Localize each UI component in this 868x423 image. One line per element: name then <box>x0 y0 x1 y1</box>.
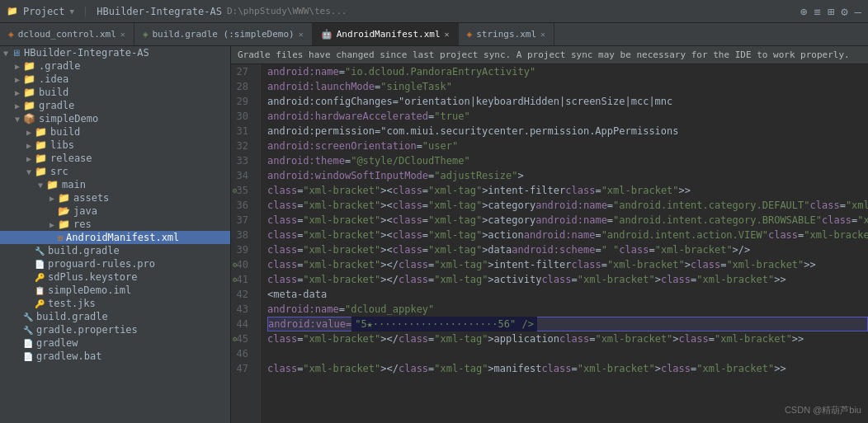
line-number-32: 32 <box>231 139 253 153</box>
folder-blue-icon: 📂 <box>58 205 70 217</box>
sidebar-item-label: gradle.properties <box>33 324 138 336</box>
tab-bar: ◈ dcloud_control.xml ✕ ◈ build.gradle (:… <box>0 23 868 46</box>
sidebar-item-label: res <box>70 219 92 230</box>
line-number-43: 43 <box>231 302 253 317</box>
tab-strings[interactable]: ◈ strings.xml ✕ <box>459 23 555 45</box>
code-line-45: class="xml-bracket"></class="xml-tag">ap… <box>267 331 868 346</box>
sidebar-item-gradlew-file[interactable]: 📄 gradlew <box>0 336 230 350</box>
sidebar-item-build-gradle-file[interactable]: 🔧 build.gradle <box>0 244 230 257</box>
sidebar-item-release-folder[interactable]: ▶ 📁 release <box>0 152 230 165</box>
dropdown-arrow[interactable]: ▼ <box>70 7 74 16</box>
dcloud-tab-close[interactable]: ✕ <box>120 30 125 39</box>
arrow-icon: ▶ <box>12 101 23 110</box>
grid-icon[interactable]: ⊞ <box>828 5 834 18</box>
tab-dcloud[interactable]: ◈ dcloud_control.xml ✕ <box>0 23 134 45</box>
path-label: D:\phpStudy\WWW\tes... <box>227 6 347 16</box>
code-line-30: android:hardwareAccelerated="true" <box>267 109 868 124</box>
arrow-icon: ▼ <box>0 49 12 58</box>
root-label: HBuilder-Integrate-AS <box>97 6 222 17</box>
arrow-icon: ▶ <box>46 220 58 229</box>
strings-tab-label: strings.xml <box>476 29 536 40</box>
dcloud-tab-icon: ◈ <box>8 29 14 40</box>
editor-content: 2728293031323334353637383940414243444546… <box>231 64 868 423</box>
line-number-38: 38 <box>231 228 253 242</box>
sidebar-item-gradlew-bat[interactable]: 📄 gradlew.bat <box>0 350 230 363</box>
sidebar-item-label: gradlew <box>33 337 78 349</box>
line-number-46: 46 <box>231 346 253 361</box>
sidebar-item-build-folder[interactable]: ▶ 📁 build <box>0 86 230 99</box>
code-line-32: android:screenOrientation="user" <box>267 139 868 153</box>
folder-icon: 📁 <box>23 87 35 98</box>
line-number-37: 37 <box>231 213 253 228</box>
pro-file-icon: 📄 <box>35 260 45 269</box>
sidebar-item-gradle-folder2[interactable]: ▶ 📁 gradle <box>0 99 230 112</box>
notification-bar: Gradle files have changed since last pro… <box>231 46 868 64</box>
project-label[interactable]: Project <box>23 6 65 17</box>
code-line-38: class="xml-bracket"><class="xml-tag">act… <box>267 228 868 242</box>
sidebar-item-sdplus-file[interactable]: 🔑 sdPlus.keystore <box>0 270 230 284</box>
settings-icon[interactable]: ⚙ <box>841 5 847 18</box>
sidebar-item-label: .idea <box>35 73 68 85</box>
sidebar-item-idea-folder[interactable]: ▶ 📁 .idea <box>0 73 230 86</box>
code-line-39: class="xml-bracket"><class="xml-tag">dat… <box>267 242 868 257</box>
sidebar-item-build-sub[interactable]: ▶ 📁 build <box>0 125 230 139</box>
root-icon: 🖥 <box>12 48 21 59</box>
sidebar-item-assets-folder[interactable]: ▶ 📁 assets <box>0 191 230 204</box>
code-line-36: class="xml-bracket"><class="xml-tag">cat… <box>267 198 868 213</box>
tab-manifest[interactable]: 🤖 AndroidManifest.xml ✕ <box>313 23 459 45</box>
code-area[interactable]: android:name="io.dcloud.PandoraEntryActi… <box>261 64 868 423</box>
arrow-icon: ▶ <box>12 88 23 97</box>
main-content: ▼ 🖥 HBuilder-Integrate-AS ▶ 📁 .gradle ▶ … <box>0 46 868 423</box>
top-bar: 📁 Project ▼ | HBuilder-Integrate-AS D:\p… <box>0 0 868 23</box>
line-numbers: 2728293031323334353637383940414243444546… <box>231 64 261 423</box>
arrow-icon: ▶ <box>23 128 35 137</box>
line-number-41: 41 <box>231 272 253 287</box>
sidebar-item-label: build.gradle <box>33 311 108 322</box>
sidebar-item-label: main <box>59 179 86 190</box>
sidebar-item-src-folder[interactable]: ▼ 📁 src <box>0 165 230 178</box>
code-line-33: android:theme="@style/DCloudTheme" <box>267 153 868 168</box>
sidebar-item-build-gradle-root[interactable]: 🔧 build.gradle <box>0 310 230 323</box>
sidebar-item-gradle-props[interactable]: 🔧 gradle.properties <box>0 323 230 336</box>
line-number-29: 29 <box>231 94 253 109</box>
manifest-tab-icon: 🤖 <box>321 29 333 40</box>
sidebar-item-simpledemo-folder[interactable]: ▼ 📦 simpleDemo <box>0 112 230 125</box>
arrow-icon: ▶ <box>46 194 58 203</box>
tab-build-gradle[interactable]: ◈ build.gradle (:simpleDemo) ✕ <box>134 23 313 45</box>
bat-file-icon: 📄 <box>23 352 33 361</box>
sidebar-item-main-folder[interactable]: ▼ 📁 main <box>0 178 230 191</box>
gradle-file-icon: 🔧 <box>35 247 45 256</box>
sidebar-item-gradle-folder[interactable]: ▶ 📁 .gradle <box>0 59 230 73</box>
sidebar-item-label: gradlew.bat <box>33 350 101 362</box>
sidebar-item-simpledemo-iml[interactable]: 📋 simpleDemo.iml <box>0 284 230 297</box>
sidebar-item-proguard-file[interactable]: 📄 proguard-rules.pro <box>0 257 230 270</box>
minimize-icon[interactable]: — <box>855 5 861 18</box>
list-icon[interactable]: ≡ <box>814 5 820 18</box>
build-gradle-tab-close[interactable]: ✕ <box>299 30 304 39</box>
add-icon[interactable]: ⊕ <box>800 5 807 18</box>
folder-icon: 📁 <box>23 73 35 85</box>
folder-icon: 📁 <box>35 166 47 177</box>
sidebar-item-libs-folder[interactable]: ▶ 📁 libs <box>0 139 230 152</box>
strings-tab-close[interactable]: ✕ <box>540 30 545 39</box>
sidebar-item-label: java <box>70 205 97 217</box>
sidebar-item-hbuilder-root[interactable]: ▼ 🖥 HBuilder-Integrate-AS <box>0 46 230 59</box>
folder-icon: 📁 <box>58 192 70 204</box>
sidebar-item-label: .gradle <box>35 60 81 72</box>
arrow-icon: ▶ <box>23 154 35 163</box>
sidebar-item-label: src <box>47 166 68 177</box>
code-line-46 <box>267 346 868 361</box>
project-section: 📁 Project ▼ | HBuilder-Integrate-AS D:\p… <box>7 6 347 17</box>
sidebar-item-test-jks[interactable]: 🔑 test.jks <box>0 297 230 310</box>
manifest-tab-close[interactable]: ✕ <box>445 30 450 39</box>
sidebar-item-androidmanifest-file[interactable]: ⊞ AndroidManifest.xml <box>0 231 230 244</box>
sidebar-item-res-folder[interactable]: ▶ 📁 res <box>0 218 230 231</box>
arrow-icon: ▶ <box>12 62 23 71</box>
sidebar-item-label: build <box>35 87 68 98</box>
line-number-39: 39 <box>231 242 253 257</box>
strings-tab-icon: ◈ <box>467 29 473 40</box>
folder-icon: 📁 <box>23 60 35 72</box>
code-line-40: class="xml-bracket"></class="xml-tag">in… <box>267 257 868 272</box>
sidebar-item-java-folder[interactable]: 📂 java <box>0 204 230 218</box>
folder-icon: 📁 <box>35 139 47 151</box>
